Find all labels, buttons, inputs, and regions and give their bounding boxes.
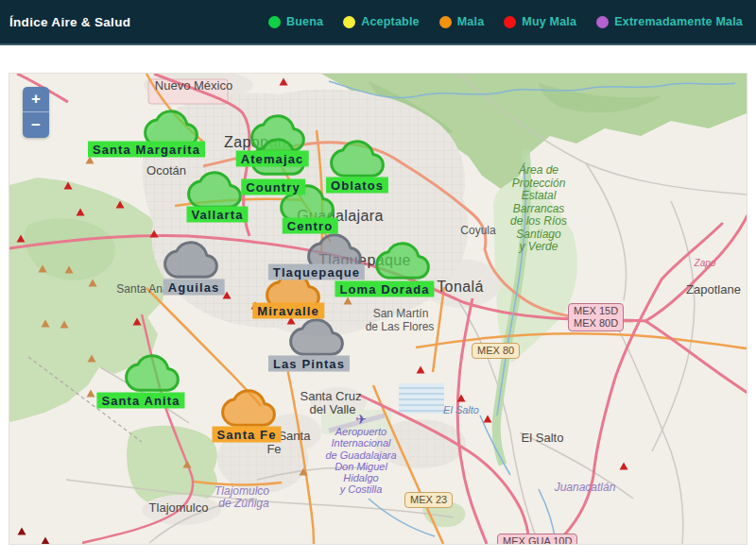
legend-dot-buena	[268, 16, 281, 28]
legend-label: Buena	[286, 15, 323, 28]
station-marker-santa-anita[interactable]	[124, 353, 180, 393]
legend-label: Aceptable	[361, 15, 420, 28]
station-marker-loma-dorada[interactable]	[374, 241, 431, 280]
zoom-out-button[interactable]: −	[23, 112, 49, 138]
cloud-icon	[377, 244, 429, 279]
cloud-icon	[165, 243, 217, 278]
app-title: Índice Aire & Salud	[9, 15, 130, 29]
station-label-santa-anita: Santa Anita	[96, 393, 184, 409]
legend-item-mala: Mala	[439, 15, 485, 28]
legend-item-aceptable: Aceptable	[343, 15, 420, 28]
cloud-icon	[332, 142, 384, 177]
cloud-icon	[127, 356, 179, 391]
airport-area	[321, 410, 391, 434]
legend-label: Muy Mala	[522, 15, 576, 28]
station-marker-vallarta[interactable]	[186, 170, 243, 210]
legend-label: Mala	[457, 15, 485, 28]
legend-dot-muy-mala	[504, 16, 516, 28]
legend-dot-extremadamente-mala	[596, 16, 609, 28]
road-shield-mex-15d-mex-80d: MEX 15DMEX 80D	[568, 303, 624, 331]
air-quality-app: Índice Aire & Salud BuenaAceptableMalaMu…	[0, 0, 756, 559]
wetland-area	[399, 383, 444, 414]
air-quality-legend: BuenaAceptableMalaMuy MalaExtremadamente…	[268, 15, 743, 28]
cloud-icon	[291, 320, 343, 355]
legend-item-extremadamente-mala: Extremadamente Mala	[596, 15, 743, 28]
station-marker-santa-fe[interactable]	[220, 388, 277, 428]
road-shield-mex-gua-10d: MEX GUA 10D	[497, 534, 577, 544]
station-label-atemajac: Atemajac	[236, 151, 309, 167]
legend-label: Extremadamente Mala	[614, 15, 743, 28]
station-label-centro: Centro	[283, 218, 338, 234]
station-marker-aguilas[interactable]	[163, 240, 219, 280]
legend-item-buena: Buena	[268, 15, 323, 28]
legend-item-muy-mala: Muy Mala	[504, 15, 576, 28]
station-label-tlaquepaque: Tlaquepaque	[268, 264, 365, 280]
station-label-country: Country	[241, 179, 305, 195]
station-label-miravalle: Miravalle	[252, 303, 324, 319]
legend-dot-aceptable	[343, 16, 355, 28]
station-marker-oblatos[interactable]	[329, 139, 386, 178]
road-shield-mex-23: MEX 23	[404, 492, 453, 508]
station-label-vallarta: Vallarta	[186, 207, 248, 223]
legend-dot-mala	[439, 16, 452, 28]
station-label-santa-margarita: Santa Margarita	[88, 142, 205, 158]
road-shield-mex-80: MEX 80	[472, 343, 520, 359]
station-label-santa-fe: Santa Fe	[213, 427, 282, 443]
map[interactable]: Nuevo MéxicoZapopanOcotánGuadalajaraCoyu…	[9, 74, 747, 544]
cloud-icon	[189, 173, 241, 208]
zoom-control: + −	[23, 87, 49, 138]
station-label-aguilas: Aguilas	[163, 280, 225, 296]
zoom-in-button[interactable]: +	[23, 87, 49, 112]
station-label-oblatos: Oblatos	[326, 178, 388, 194]
station-label-las-pintas: Las Pintas	[268, 356, 350, 372]
app-header: Índice Aire & Salud BuenaAceptableMalaMu…	[0, 0, 756, 45]
station-marker-las-pintas[interactable]	[288, 317, 345, 357]
station-label-loma-dorada: Loma Dorada	[335, 281, 434, 297]
cloud-icon	[223, 391, 275, 426]
